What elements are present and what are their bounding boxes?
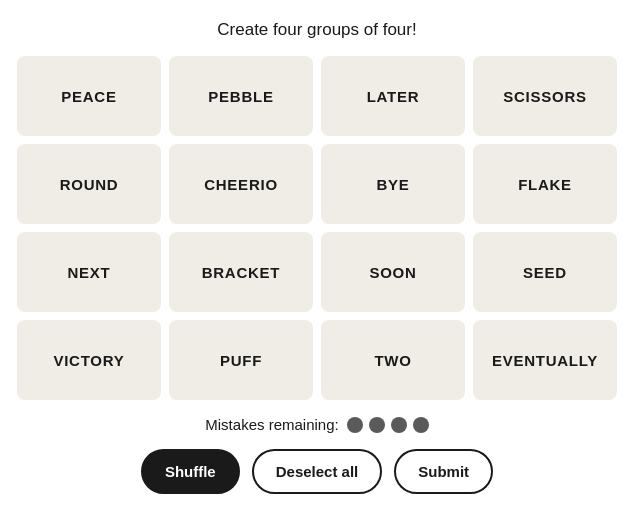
- action-buttons: Shuffle Deselect all Submit: [141, 449, 493, 494]
- shuffle-button[interactable]: Shuffle: [141, 449, 240, 494]
- tile-soon[interactable]: SOON: [321, 232, 465, 312]
- mistake-dot-3: [391, 417, 407, 433]
- mistakes-row: Mistakes remaining:: [205, 416, 428, 433]
- tile-pebble[interactable]: PEBBLE: [169, 56, 313, 136]
- submit-button[interactable]: Submit: [394, 449, 493, 494]
- tile-round[interactable]: ROUND: [17, 144, 161, 224]
- mistake-dot-4: [413, 417, 429, 433]
- tile-cheerio[interactable]: CHEERIO: [169, 144, 313, 224]
- tile-victory[interactable]: VICTORY: [17, 320, 161, 400]
- word-grid: PEACEPEBBLELATERSCISSORSROUNDCHEERIOBYEF…: [17, 56, 617, 400]
- main-container: Create four groups of four! PEACEPEBBLEL…: [7, 0, 627, 511]
- tile-peace[interactable]: PEACE: [17, 56, 161, 136]
- tile-seed[interactable]: SEED: [473, 232, 617, 312]
- mistake-dot-1: [347, 417, 363, 433]
- tile-eventually[interactable]: EVENTUALLY: [473, 320, 617, 400]
- tile-next[interactable]: NEXT: [17, 232, 161, 312]
- mistakes-dots: [347, 417, 429, 433]
- page-title: Create four groups of four!: [217, 20, 416, 40]
- tile-puff[interactable]: PUFF: [169, 320, 313, 400]
- tile-bracket[interactable]: BRACKET: [169, 232, 313, 312]
- tile-flake[interactable]: FLAKE: [473, 144, 617, 224]
- tile-two[interactable]: TWO: [321, 320, 465, 400]
- tile-bye[interactable]: BYE: [321, 144, 465, 224]
- mistake-dot-2: [369, 417, 385, 433]
- mistakes-label: Mistakes remaining:: [205, 416, 338, 433]
- tile-later[interactable]: LATER: [321, 56, 465, 136]
- tile-scissors[interactable]: SCISSORS: [473, 56, 617, 136]
- deselect-button[interactable]: Deselect all: [252, 449, 383, 494]
